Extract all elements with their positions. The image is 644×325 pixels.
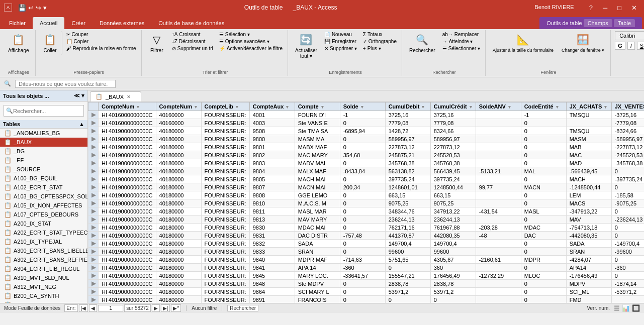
col-cumuldebit[interactable]: CumulDebit ▾ [385, 102, 430, 111]
table-row[interactable]: ▶HI 4019000000000C40180000FOURNISSEUR:98… [88, 224, 645, 232]
table-row[interactable]: ▶HI 4019000000000C40180000FOURNISSEUR:98… [88, 183, 645, 191]
supprimer-btn[interactable]: ✕ Supprimer ▾ [322, 45, 359, 52]
table-item-bg[interactable]: 📋 _BG [0, 147, 87, 156]
table-row[interactable]: ▶HI 4019000000000C40180000FOURNISSEUR:98… [88, 232, 645, 240]
table-row[interactable]: ▶HI 4019000000000C40180000FOURNISSEUR:98… [88, 296, 645, 303]
remplacer-btn[interactable]: ab→ Remplacer [440, 31, 482, 38]
table-item-a102[interactable]: 📋 A102_ECRIT_STAT [0, 183, 87, 192]
table-item-source[interactable]: 📋 _SOURCE [0, 165, 87, 174]
options-avancees-btn[interactable]: ☰ Options avancées ▾ [217, 38, 285, 45]
tab-donnees-externes[interactable]: Données externes [93, 17, 151, 29]
selection-btn[interactable]: ☰ Sélection ▾ [217, 31, 285, 38]
table-item-a103[interactable]: 📋 A103_BG_CPTESSPCX_SOL... [0, 192, 87, 201]
table-row[interactable]: ▶HI 4019000000000C40180000FOURNISSEUR:98… [88, 280, 645, 288]
font-name-select[interactable]: Calibri [615, 31, 644, 40]
nav-next-btn[interactable]: ▶ [152, 304, 160, 312]
table-row[interactable]: ▶HI 4016000000000C40160000FOURNISSEUR:40… [88, 111, 645, 119]
underline-btn[interactable]: S [637, 42, 644, 50]
couper-btn[interactable]: ✂ Couper [64, 31, 138, 38]
tables-section-header[interactable]: Tables ▲ [0, 120, 87, 129]
table-item-a304[interactable]: 📋 A304_ECRIT_LIB_REGUL [0, 264, 87, 273]
rechercher-btn[interactable]: 🔍 Rechercher [406, 31, 438, 55]
panel-options-btn[interactable]: ≪ ▾ [74, 92, 84, 99]
table-item-a300[interactable]: 📋 A300_ECRIT_SANS_LIBELLE [0, 246, 87, 255]
redo-btn[interactable]: ↪ [36, 4, 41, 12]
totaux-btn[interactable]: Σ Totaux [361, 31, 399, 38]
help-btn[interactable]: ? [586, 3, 596, 13]
table-row[interactable]: ▶HI 4019000000000C40180000FOURNISSEUR:98… [88, 207, 645, 215]
table-row[interactable]: ▶HI 4019000000000C40180000FOURNISSEUR:98… [88, 159, 645, 167]
table-row[interactable]: ▶HI 4019000000000C40180000FOURNISSEUR:98… [88, 288, 645, 296]
table-row[interactable]: ▶HI 4019000000000C40180000FOURNISSEUR:98… [88, 191, 645, 199]
view-layout-icon[interactable]: 🔲 [632, 304, 640, 312]
activer-filtre-btn[interactable]: ⚡ Activer/désactiver le filtre [217, 45, 285, 52]
italic-btn[interactable]: I [627, 42, 635, 50]
col-comptenum1[interactable]: CompteNum ▾ [99, 102, 156, 111]
save-quick-btn[interactable]: 💾 [18, 4, 26, 12]
champs-tab[interactable]: Champs [584, 19, 612, 27]
table-item-a210[interactable]: 📋 A210_IX_TYPEJAL [0, 237, 87, 246]
table-item-ef[interactable]: 📋 _EF [0, 156, 87, 165]
tab-creer[interactable]: Créer [64, 17, 93, 29]
tab-fichier[interactable]: Fichier [2, 17, 33, 29]
table-item-a202[interactable]: 📋 A202_ECRIT_STAT_TYPEECRIT [0, 228, 87, 237]
supprimer-tri-btn[interactable]: ⊘ Supprimer un tri [170, 45, 215, 52]
table-item-b410[interactable]: 📋 B410_NVX_CLTDTX [0, 300, 87, 303]
croissant-btn[interactable]: ↑A Croissant [170, 31, 215, 38]
nav-last-btn[interactable]: ▶| [161, 304, 170, 312]
minimize-btn[interactable]: ─ [600, 3, 610, 13]
nouveau-btn[interactable]: 📄 Nouveau [322, 31, 359, 38]
tab-close-icon[interactable]: ✕ [127, 94, 131, 99]
table-row[interactable]: ▶HI 4019000000000C40180000FOURNISSEUR:98… [88, 143, 645, 151]
table-row[interactable]: ▶HI 4016000000000C40160000FOURNISSEUR:40… [88, 119, 645, 127]
tab-accueil[interactable]: Accueil [33, 17, 64, 29]
table-item-a100[interactable]: 📋 A100_BG_EQUIL [0, 174, 87, 183]
view-table-icon[interactable]: ☰ [614, 304, 620, 312]
table-item-a107[interactable]: 📋 A107_CPTES_DEBOURS [0, 210, 87, 219]
table-row[interactable]: ▶HI 4019000000000C40180000FOURNISSEUR:95… [88, 127, 645, 135]
col-jx-achats[interactable]: JX_ACHATS ▾ [566, 102, 611, 111]
atteindre-btn[interactable]: → Atteindre ▾ [440, 38, 482, 45]
table-row[interactable]: ▶HI 4019000000000C40180000FOURNISSEUR:98… [88, 264, 645, 272]
table-item-a105[interactable]: 📋 A105_IX_NON_AFFECTES [0, 201, 87, 210]
table-row[interactable]: ▶HI 4019000000000C40180000FOURNISSEUR:98… [88, 248, 645, 256]
dropdown-btn[interactable]: ▾ [43, 4, 47, 12]
reproduire-btn[interactable]: 🖌 Reproduire la mise en forme [64, 45, 138, 52]
col-selector[interactable] [88, 102, 99, 111]
table-item-baux[interactable]: 📋 _BAUX [0, 138, 87, 147]
table-row[interactable]: ▶HI 4019000000000C40180000FOURNISSEUR:98… [88, 256, 645, 264]
col-soldeanv[interactable]: SoldeANV ▾ [476, 102, 521, 111]
nav-first-btn[interactable]: |◀ [79, 304, 88, 312]
plus-btn[interactable]: + Plus ▾ [361, 45, 399, 52]
table-row[interactable]: ▶HI 4019000000000C40180000FOURNISSEUR:98… [88, 215, 645, 224]
col-solde[interactable]: Solde ▾ [340, 102, 385, 111]
col-jx-ventes[interactable]: JX_VENTES ▾ [611, 102, 644, 111]
table-row[interactable]: ▶HI 4019000000000C40180000FOURNISSEUR:98… [88, 135, 645, 143]
tab-outils-table[interactable]: Outils de table Champs Table [539, 17, 642, 29]
table-item-a312[interactable]: 📋 A312_MVT_NEG [0, 282, 87, 291]
table-item-b200[interactable]: 📋 B200_CA_SYNTH [0, 291, 87, 300]
enregistrer-btn[interactable]: 💾 Enregistrer [322, 38, 359, 45]
table-item-a302[interactable]: 📋 A302_ECRIT_SANS_REFPIECE [0, 255, 87, 264]
table-row[interactable]: ▶HI 4019000000000C40180000FOURNISSEUR:98… [88, 151, 645, 159]
col-compte[interactable]: Compte ▾ [295, 102, 340, 111]
filtrer-btn[interactable]: ▽ Filtrer [146, 31, 168, 55]
bold-btn[interactable]: G [615, 42, 625, 50]
col-codeentite[interactable]: CodeEntité ▾ [521, 102, 566, 111]
nav-new-btn[interactable]: ▶* [171, 304, 181, 312]
table-tab-baux[interactable]: 📋 _BAUX ✕ [90, 91, 141, 101]
table-row[interactable]: ▶HI 4019000000000C40180000FOURNISSEUR:98… [88, 240, 645, 248]
table-row[interactable]: ▶HI 4019000000000C40180000FOURNISSEUR:98… [88, 167, 645, 175]
tab-outils-bdd[interactable]: Outils de base de données [151, 17, 231, 29]
ajuster-btn[interactable]: 📐 Ajuster à la taille du formulaire [490, 31, 557, 54]
ortho-btn[interactable]: ✓ Orthographe [361, 38, 399, 45]
table-row[interactable]: ▶HI 4019000000000C40180000FOURNISSEUR:98… [88, 199, 645, 207]
col-compteaux[interactable]: CompteAux ▾ [249, 102, 295, 111]
close-btn[interactable]: ✕ [628, 3, 640, 13]
col-comptelib[interactable]: CompteLib ▾ [201, 102, 249, 111]
table-row[interactable]: ▶HI 4019000000000C40180000FOURNISSEUR:98… [88, 272, 645, 280]
search-status[interactable]: Rechercher [227, 305, 258, 311]
nav-record-input[interactable] [98, 305, 123, 311]
decroissant-btn[interactable]: ↓Z Décroissant [170, 38, 215, 45]
col-comptenum2[interactable]: CompteNum ▾ [156, 102, 201, 111]
